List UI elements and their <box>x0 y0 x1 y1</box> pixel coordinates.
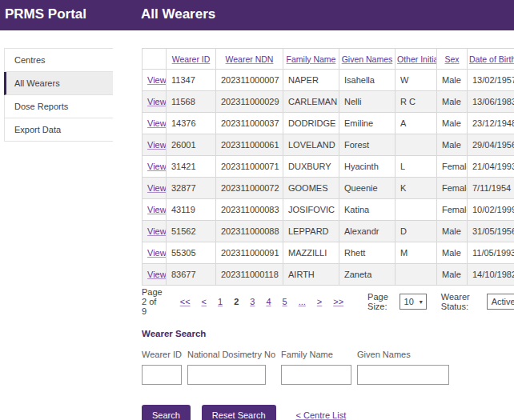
view-cell: View <box>143 113 167 134</box>
view-link[interactable]: View <box>147 140 167 150</box>
table-cell: Forest <box>339 134 396 156</box>
sidebar-item-all-wearers[interactable]: All Wearers <box>4 72 113 95</box>
chevron-down-icon: ▾ <box>420 298 423 306</box>
page-title: All Wearers <box>141 6 215 22</box>
wearer-status-select[interactable]: Active ▾ <box>487 294 514 310</box>
table-row: View31421202311000071DUXBURYHyacinthLFem… <box>143 156 514 178</box>
table-cell: R C <box>396 91 437 113</box>
view-link[interactable]: View <box>147 162 167 171</box>
column-sort-link[interactable]: Date of Birth <box>469 54 514 64</box>
table-cell: MAZZILLI <box>283 242 339 264</box>
pager-current-page: 2 <box>234 297 239 306</box>
view-cell: View <box>143 91 167 113</box>
pager-link[interactable]: 3 <box>250 297 255 306</box>
table-cell: Male <box>437 134 468 156</box>
column-sort-link[interactable]: Family Name <box>287 54 336 64</box>
wearer-id-input[interactable] <box>142 365 182 385</box>
page-size-select[interactable]: 10 ▾ <box>400 294 427 310</box>
column-header: Wearer NDN <box>216 49 283 70</box>
pager-link[interactable]: > <box>317 297 322 306</box>
table-cell: Nelli <box>339 91 396 113</box>
table-cell: K <box>396 178 437 199</box>
sidebar-nav: CentresAll WearersDose ReportsExport Dat… <box>4 48 113 142</box>
table-row: View83677202311000118AIRTHZanetaMale14/1… <box>143 264 514 286</box>
table-cell: A <box>396 113 437 134</box>
column-header: Family Name <box>283 49 339 70</box>
table-cell: JOSIFOVIC <box>283 199 339 221</box>
table-cell: 202311000088 <box>216 221 283 242</box>
table-cell: Zaneta <box>339 264 396 286</box>
view-link[interactable]: View <box>147 270 167 279</box>
table-cell: 202311000118 <box>216 264 283 286</box>
view-link[interactable]: View <box>147 97 167 106</box>
centre-list-link[interactable]: < Centre List <box>296 410 347 420</box>
sidebar-item-export-data[interactable]: Export Data <box>4 118 113 142</box>
view-cell: View <box>143 221 167 242</box>
pager-link[interactable]: 5 <box>283 297 287 306</box>
view-cell: View <box>143 134 167 156</box>
table-row: View14376202311000037DODRIDGEEmilineAMal… <box>143 113 514 134</box>
column-header: Date of Birth <box>468 49 514 70</box>
column-sort-link[interactable]: Wearer ID <box>172 54 211 64</box>
pager-link[interactable]: << <box>180 297 191 306</box>
table-cell: GOOMES <box>283 178 339 199</box>
family-name-input[interactable] <box>281 365 351 385</box>
given-names-input[interactable] <box>357 365 449 385</box>
view-link[interactable]: View <box>147 183 167 193</box>
search-field: Family Name <box>281 350 351 385</box>
field-label: Family Name <box>281 350 351 359</box>
pager-link[interactable]: 1 <box>218 297 223 306</box>
sidebar-item-dose-reports[interactable]: Dose Reports <box>4 95 113 118</box>
table-row: View55305202311000091MAZZILLIRhettMMale1… <box>143 242 514 264</box>
column-sort-link[interactable]: Given Names <box>342 54 393 64</box>
table-cell: 83677 <box>167 264 216 286</box>
view-link[interactable]: View <box>147 248 167 258</box>
main-content: Wearer IDWearer NDNFamily NameGiven Name… <box>142 48 514 420</box>
view-link[interactable]: View <box>147 75 167 85</box>
column-sort-link[interactable]: Wearer NDN <box>226 54 274 64</box>
table-cell: 32877 <box>167 178 216 199</box>
pager-link[interactable]: ... <box>299 297 306 306</box>
view-link[interactable]: View <box>147 226 167 236</box>
table-row: View26001202311000061LOVELANDForestMale2… <box>143 134 514 156</box>
table-cell: Male <box>437 91 468 113</box>
table-cell: 14376 <box>167 113 216 134</box>
table-cell: 10/02/1999 <box>468 199 514 221</box>
table-cell: L <box>396 156 437 178</box>
field-label: Given Names <box>357 350 449 359</box>
table-row: View51562202311000088LEPPARDAlexandrDMal… <box>143 221 514 242</box>
sidebar-item-centres[interactable]: Centres <box>4 49 113 72</box>
table-cell: 11347 <box>167 70 216 91</box>
table-header-row: Wearer IDWearer NDNFamily NameGiven Name… <box>143 49 514 70</box>
field-label: Wearer ID <box>142 350 182 359</box>
column-sort-link[interactable]: Sex <box>444 54 459 64</box>
table-cell: LEPPARD <box>283 221 339 242</box>
table-cell: 26001 <box>167 134 216 156</box>
search-field: National Dosimetry No <box>187 350 275 385</box>
table-cell: 13/06/1983 <box>468 91 514 113</box>
column-sort-link[interactable]: Other Initial <box>397 54 437 64</box>
view-link[interactable]: View <box>147 118 167 128</box>
table-cell <box>396 264 437 286</box>
table-cell: Male <box>437 264 468 286</box>
pager-link[interactable]: >> <box>333 297 343 306</box>
pager-link[interactable]: 4 <box>266 297 271 306</box>
page-size-value: 10 <box>404 297 414 306</box>
reset-search-button[interactable]: Reset Search <box>202 405 276 420</box>
table-cell: 202311000037 <box>216 113 283 134</box>
table-cell: Male <box>437 242 468 264</box>
view-link[interactable]: View <box>147 205 167 214</box>
column-header: Wearer ID <box>167 49 216 70</box>
table-cell: 202311000061 <box>216 134 283 156</box>
wearer-status-control: Wearer Status: Active ▾ <box>441 292 514 311</box>
table-cell: 23/12/1948 <box>468 113 514 134</box>
national-dosimetry-no-input[interactable] <box>187 365 266 385</box>
search-button[interactable]: Search <box>142 405 191 420</box>
table-cell: Hyacinth <box>339 156 396 178</box>
column-header: Other Initial <box>396 49 437 70</box>
pager: <<<12345...>>> <box>180 297 355 306</box>
table-cell: LOVELAND <box>283 134 339 156</box>
top-header-bar: PRMS Portal All Wearers <box>0 0 514 30</box>
page-size-label: Page Size: <box>367 292 396 311</box>
pager-link[interactable]: < <box>202 297 207 306</box>
